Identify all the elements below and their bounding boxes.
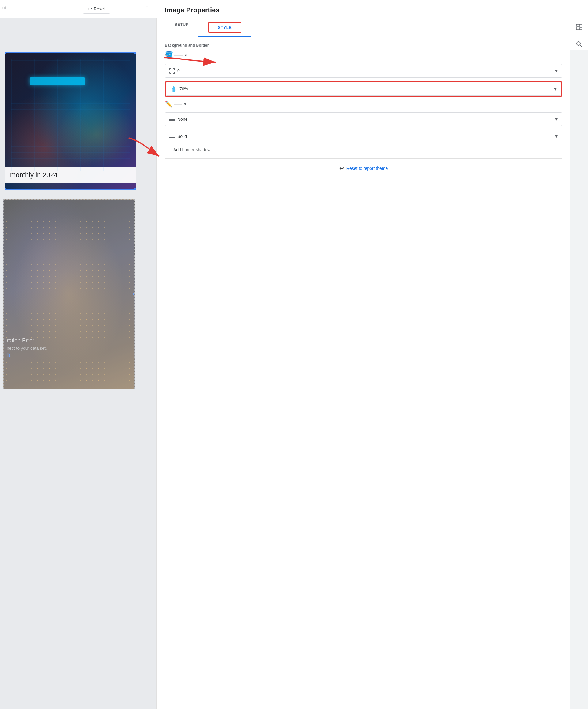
data-icon-svg: [576, 24, 583, 30]
svg-rect-3: [580, 28, 582, 30]
stroke-color-button[interactable]: ✏️: [165, 100, 182, 108]
right-sidebar: [570, 18, 588, 50]
tab-style-box: STYLE: [208, 22, 241, 33]
tab-style[interactable]: STYLE: [198, 19, 251, 37]
resize-handle-tl[interactable]: [5, 52, 6, 54]
border-style-dropdown[interactable]: None ▾: [165, 112, 562, 126]
reset-theme-icon: ↩: [339, 165, 344, 172]
svg-point-4: [577, 42, 580, 45]
canvas-image-2-error: ration Error nect to your data set. ils: [7, 338, 131, 358]
border-weight-value: Solid: [177, 134, 553, 139]
panel-tabs: SETUP STYLE: [165, 19, 562, 37]
border-weight-dropdown[interactable]: Solid ▾: [165, 130, 562, 143]
border-style-chevron: ▾: [555, 116, 558, 123]
reset-theme-link[interactable]: Reset to report theme: [346, 166, 388, 171]
canvas-image-2[interactable]: ration Error nect to your data set. ils: [3, 199, 135, 389]
svg-rect-2: [580, 24, 582, 27]
reset-button[interactable]: ↩ Reset: [83, 4, 110, 14]
svg-line-5: [580, 45, 582, 47]
panel-header: Image Properties SETUP STYLE: [158, 0, 570, 37]
search-sidebar-icon[interactable]: [573, 38, 585, 50]
opacity-chevron: ▾: [554, 85, 557, 92]
canvas-image-1[interactable]: monthly in 2024: [5, 52, 136, 190]
shadow-row: Add border shadow: [165, 147, 562, 152]
border-radius-icon: [169, 68, 175, 74]
tab-setup[interactable]: SETUP: [165, 19, 198, 37]
fill-bucket-icon: 🪣: [165, 51, 173, 59]
border-style-icon: [169, 118, 175, 121]
app-title: ut: [2, 5, 6, 10]
panel-title: Image Properties: [165, 6, 562, 14]
opacity-icon: 💧: [170, 85, 177, 92]
border-weight-chevron: ▾: [555, 133, 558, 140]
pen-icon: ✏️: [165, 100, 172, 108]
stroke-color-swatch: [174, 104, 182, 105]
fill-chevron-icon[interactable]: ▾: [185, 53, 187, 58]
fill-color-row: 🪣 ▾: [165, 51, 562, 59]
image-properties-panel: Image Properties SETUP STYLE Background …: [158, 0, 570, 709]
border-radius-dropdown[interactable]: 0 ▾: [165, 64, 562, 78]
data-panel-icon[interactable]: [573, 22, 585, 32]
resize-handle-tr[interactable]: [135, 52, 136, 54]
canvas-image-1-text: monthly in 2024: [5, 167, 136, 183]
fill-color-button[interactable]: 🪣: [165, 51, 183, 59]
resize-handle-br[interactable]: [135, 188, 136, 190]
error-desc: nect to your data set.: [7, 346, 131, 351]
shadow-label: Add border shadow: [173, 147, 211, 152]
border-radius-value: 0: [177, 68, 553, 73]
panel-body: Background and Border 🪣 ▾ 0 ▾ 💧 70% ▾: [158, 37, 570, 178]
shadow-checkbox[interactable]: [165, 147, 170, 152]
border-style-value: None: [177, 117, 553, 122]
section-separator: [165, 158, 562, 159]
opacity-dropdown[interactable]: 💧 70% ▾: [166, 82, 561, 96]
error-title: ration Error: [7, 338, 131, 344]
fill-color-swatch: [174, 55, 183, 56]
reset-theme-row: ↩ Reset to report theme: [165, 165, 562, 172]
error-link[interactable]: ils: [7, 353, 11, 358]
search-icon-svg: [576, 41, 583, 48]
resize-handle-bl[interactable]: [5, 188, 6, 190]
canvas-image-1-blue-bar: [30, 77, 85, 85]
opacity-dropdown-wrapper: 💧 70% ▾: [165, 81, 562, 97]
resize-handle-mid-right[interactable]: [133, 293, 135, 295]
border-weight-icon: [169, 135, 175, 138]
more-options-icon[interactable]: ⋮: [144, 5, 150, 12]
opacity-value: 70%: [179, 86, 552, 91]
border-radius-chevron: ▾: [555, 68, 558, 74]
svg-rect-1: [577, 27, 579, 30]
background-border-label: Background and Border: [165, 43, 562, 48]
reset-label: Reset: [94, 6, 105, 11]
reset-undo-icon: ↩: [88, 6, 92, 12]
stroke-color-row: ✏️ ▾: [165, 100, 562, 108]
svg-rect-0: [577, 24, 579, 26]
canvas-area: monthly in 2024 ration Error nect to you…: [0, 18, 156, 709]
stroke-chevron-icon[interactable]: ▾: [184, 102, 186, 106]
